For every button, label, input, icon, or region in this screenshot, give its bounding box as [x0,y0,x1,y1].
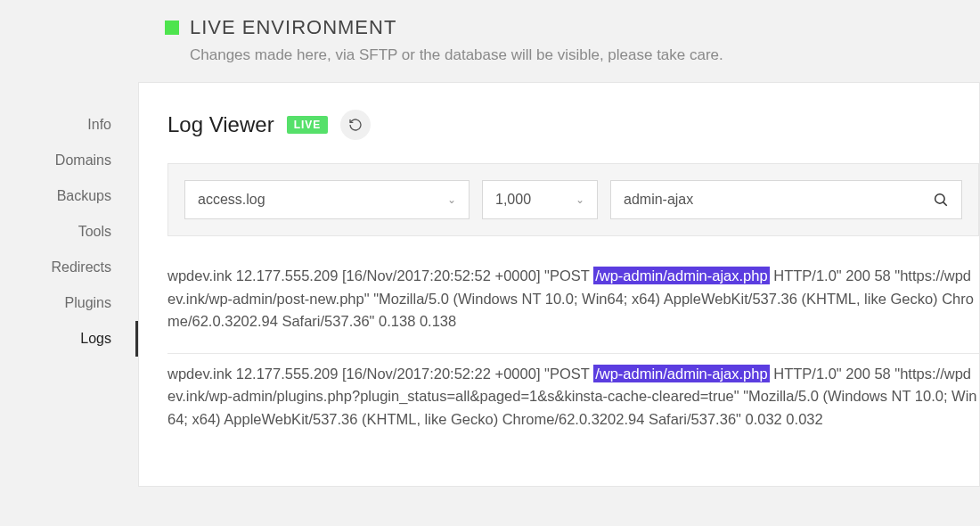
log-entry: wpdev.ink 12.177.555.209 [16/Nov/2017:20… [167,256,979,354]
chevron-down-icon: ⌄ [447,193,456,206]
sidebar-item-label: Tools [78,224,111,239]
search-icon [933,192,949,208]
environment-header: LIVE ENVIRONMENT Changes made here, via … [138,0,980,82]
count-select-value: 1,000 [495,192,531,208]
sidebar-item-label: Info [87,117,111,132]
log-entry: wpdev.ink 12.177.555.209 [16/Nov/2017:20… [167,354,979,451]
sidebar-item-label: Redirects [51,259,111,275]
sidebar-item-redirects[interactable]: Redirects [0,250,138,285]
sidebar-item-plugins[interactable]: Plugins [0,285,138,321]
highlight: /wp-admin/admin-ajax.php [593,267,770,284]
sidebar: InfoDomainsBackupsToolsRedirectsPluginsL… [0,0,138,487]
search-input[interactable] [624,192,933,208]
sidebar-item-info[interactable]: Info [0,107,138,143]
status-badge: LIVE [287,116,329,134]
sidebar-item-tools[interactable]: Tools [0,214,138,250]
sidebar-item-label: Plugins [65,295,111,310]
filter-bar: access.log ⌄ 1,000 ⌄ [167,163,979,236]
refresh-icon [348,118,363,132]
environment-subtitle: Changes made here, via SFTP or the datab… [190,46,980,64]
sidebar-item-backups[interactable]: Backups [0,178,138,214]
log-list: wpdev.ink 12.177.555.209 [16/Nov/2017:20… [167,236,979,450]
refresh-button[interactable] [340,110,371,140]
sidebar-item-label: Logs [80,331,111,346]
main-area: LIVE ENVIRONMENT Changes made here, via … [138,0,980,487]
svg-point-0 [935,194,945,204]
chevron-down-icon: ⌄ [576,193,584,206]
sidebar-item-label: Domains [55,152,111,168]
sidebar-item-domains[interactable]: Domains [0,143,138,178]
sidebar-item-logs[interactable]: Logs [0,321,138,357]
svg-line-1 [943,202,947,206]
file-select-value: access.log [198,192,265,208]
search-field[interactable] [610,180,962,219]
environment-title: LIVE ENVIRONMENT [190,16,396,39]
log-text: wpdev.ink 12.177.555.209 [16/Nov/2017:20… [167,366,593,382]
highlight: /wp-admin/admin-ajax.php [593,365,770,382]
page-title: Log Viewer [167,112,274,137]
log-viewer-panel: Log Viewer LIVE access.log ⌄ 1,000 ⌄ [138,82,980,487]
file-select[interactable]: access.log ⌄ [184,180,470,219]
log-text: wpdev.ink 12.177.555.209 [16/Nov/2017:20… [167,267,593,284]
count-select[interactable]: 1,000 ⌄ [482,180,598,219]
status-indicator-icon [165,21,179,35]
sidebar-item-label: Backups [57,188,111,203]
